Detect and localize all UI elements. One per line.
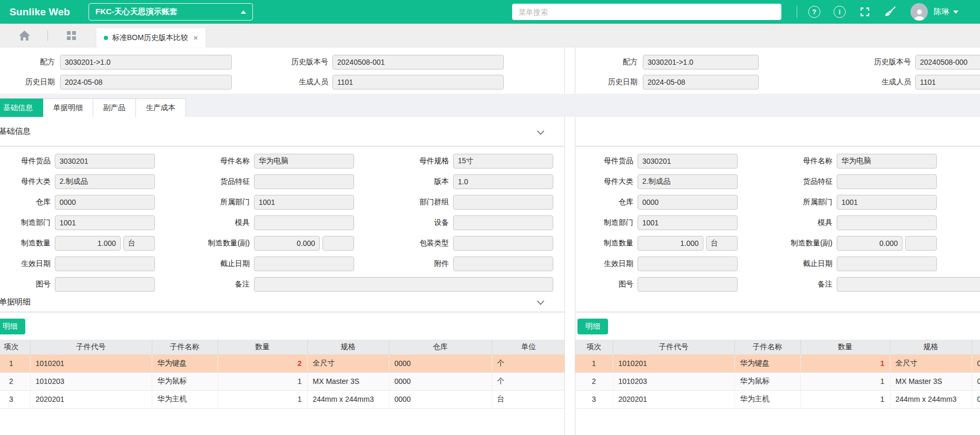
drawing-no-input[interactable]	[638, 277, 738, 292]
mfg-qty-sub-unit-input[interactable]	[905, 236, 937, 251]
info-icon[interactable]: i	[834, 6, 846, 18]
mfg-qty-sub-input[interactable]: 0.000	[254, 236, 320, 251]
column-header[interactable]: 项次	[0, 340, 30, 354]
parent-name-input[interactable]: 华为电脑	[254, 154, 354, 169]
detail-button[interactable]: 明细	[0, 319, 25, 334]
end-date-input[interactable]	[837, 256, 937, 271]
content-row: 基础信息 母件货品3030201母件名称华为电脑母件规格15寸母件大类2.制成品…	[0, 117, 980, 435]
creator-field[interactable]: 1101	[915, 75, 980, 90]
basic-info-section-header: 基础信息	[0, 117, 564, 146]
column-header[interactable]: 子件名称	[152, 340, 218, 354]
owning-dept-input[interactable]: 1001	[254, 195, 354, 210]
parent-name-input[interactable]: 华为电脑	[837, 154, 937, 169]
dept-group-input[interactable]	[453, 195, 553, 210]
column-header[interactable]: 子件代号	[613, 340, 734, 354]
detail-row[interactable]: 11010201华为键盘1全尺寸0000个	[575, 354, 980, 372]
detail-row[interactable]: 32020201华为主机1244mm x 244mm30000台	[0, 390, 564, 408]
form-row: 制造部门1001模具设备	[575, 215, 980, 230]
parent-category-input[interactable]: 2.制成品	[55, 174, 155, 189]
recipe-field[interactable]: 3030201->1.0	[60, 55, 232, 70]
mfg-dept-input[interactable]: 1001	[638, 215, 738, 230]
equipment-label: 设备	[391, 218, 449, 228]
column-header[interactable]: 仓库	[389, 340, 492, 354]
mfg-qty-input[interactable]: 1.000	[638, 236, 703, 251]
package-type-input[interactable]	[453, 236, 553, 251]
effective-date-input[interactable]	[638, 256, 738, 271]
attachment-input[interactable]	[453, 256, 553, 271]
mfg-qty-sub-label: 制造数量(副)	[192, 239, 250, 248]
detail-row[interactable]: 32020201华为主机1244mm x 244mm30000台	[575, 390, 980, 408]
column-header[interactable]: 项次	[575, 340, 613, 354]
apps-grid-icon[interactable]	[67, 31, 76, 40]
help-icon[interactable]: ?	[808, 6, 820, 18]
owning-dept-input[interactable]: 1001	[837, 195, 937, 210]
detail-row[interactable]: 21010203华为鼠标1MX Master 3S0000个	[0, 372, 564, 390]
user-menu[interactable]: 陈琳	[934, 0, 958, 24]
tab-active-dot-icon	[104, 36, 108, 40]
parent-category-input[interactable]: 2.制成品	[638, 174, 738, 189]
parent-spec-input[interactable]: 15寸	[453, 154, 553, 169]
mfg-qty-sub-label: 制造数量(副)	[775, 239, 832, 248]
view-tab-2[interactable]: 单据明细	[43, 98, 93, 117]
nav-divider	[47, 30, 48, 41]
parent-item-input[interactable]: 3030201	[55, 154, 155, 169]
mold-input[interactable]	[837, 215, 937, 230]
mfg-dept-input[interactable]: 1001	[55, 215, 155, 230]
collapse-chevron-icon[interactable]	[537, 298, 544, 305]
item-feature-input[interactable]	[254, 174, 354, 189]
detail-button[interactable]: 明细	[577, 319, 608, 334]
column-header[interactable]: 数量	[800, 340, 890, 354]
home-icon[interactable]	[19, 31, 30, 42]
equipment-input[interactable]	[453, 215, 553, 230]
column-header[interactable]: 规格	[890, 340, 972, 354]
column-header[interactable]: 单位	[492, 340, 564, 354]
history-no-field[interactable]: 20240508-000	[915, 55, 980, 70]
account-set-dropdown[interactable]: FKC-天心天思演示账套	[89, 3, 253, 21]
mfg-qty-sub-input[interactable]: 0.000	[837, 236, 903, 251]
effective-date-input[interactable]	[55, 256, 155, 271]
history-date-field[interactable]: 2024-05-08	[643, 75, 759, 90]
warehouse-input[interactable]: 0000	[55, 195, 155, 210]
clear-cache-icon[interactable]	[884, 6, 896, 18]
column-header[interactable]: 子件代号	[30, 340, 152, 354]
recipe-field[interactable]: 3030201->1.0	[643, 55, 759, 70]
mfg-qty-input[interactable]: 1.000	[55, 236, 121, 251]
creator-field[interactable]: 1101	[332, 75, 504, 90]
close-tab-icon[interactable]: ×	[193, 33, 198, 42]
detail-row[interactable]: 21010203华为鼠标1MX Master 3S0000个	[575, 372, 980, 390]
mfg-qty-unit-input[interactable]: 台	[706, 236, 738, 251]
form-row: 仓库0000所属部门1001部门群组	[0, 195, 564, 210]
column-header[interactable]: 仓库	[972, 340, 980, 354]
cell-code: 2020201	[613, 390, 734, 408]
form-row: 母件货品3030201母件名称华为电脑母件规格15寸	[0, 154, 564, 169]
column-header[interactable]: 数量	[218, 340, 307, 354]
top-forms-row: 配方 3030201->1.0 历史版本号 20240508-001 历史日期 …	[0, 47, 980, 94]
menu-search-input[interactable]	[512, 4, 781, 20]
view-tab-3[interactable]: 副产品	[93, 98, 136, 117]
mfg-qty-unit-input[interactable]: 台	[123, 236, 155, 251]
remark-input[interactable]	[837, 277, 980, 292]
package-type-label: 包装类型	[974, 239, 980, 248]
mold-input[interactable]	[254, 215, 354, 230]
fullscreen-icon[interactable]	[859, 6, 871, 18]
collapse-chevron-icon[interactable]	[537, 127, 544, 135]
drawing-no-input[interactable]	[55, 277, 155, 292]
view-tab-1[interactable]: 基础信息	[0, 98, 43, 117]
column-header[interactable]: 子件名称	[734, 340, 800, 354]
user-avatar[interactable]	[910, 3, 928, 21]
remark-input[interactable]	[254, 277, 553, 292]
history-no-field[interactable]: 20240508-001	[332, 55, 504, 70]
column-header[interactable]: 规格	[307, 340, 389, 354]
mfg-qty-sub-unit-input[interactable]	[322, 236, 354, 251]
parent-item-input[interactable]: 3030201	[638, 154, 738, 169]
parent-name-label: 母件名称	[192, 156, 250, 166]
end-date-input[interactable]	[254, 256, 354, 271]
view-tab-4[interactable]: 生产成本	[136, 98, 186, 117]
detail-row[interactable]: 11010201华为键盘2全尺寸0000个	[0, 354, 564, 372]
warehouse-input[interactable]: 0000	[638, 195, 738, 210]
opened-tab[interactable]: 标准BOM历史版本比较 ×	[96, 28, 205, 47]
item-feature-input[interactable]	[837, 174, 937, 189]
history-date-field[interactable]: 2024-05-08	[60, 75, 232, 90]
version-input[interactable]: 1.0	[453, 174, 553, 189]
drawing-no-label: 图号	[0, 280, 51, 289]
